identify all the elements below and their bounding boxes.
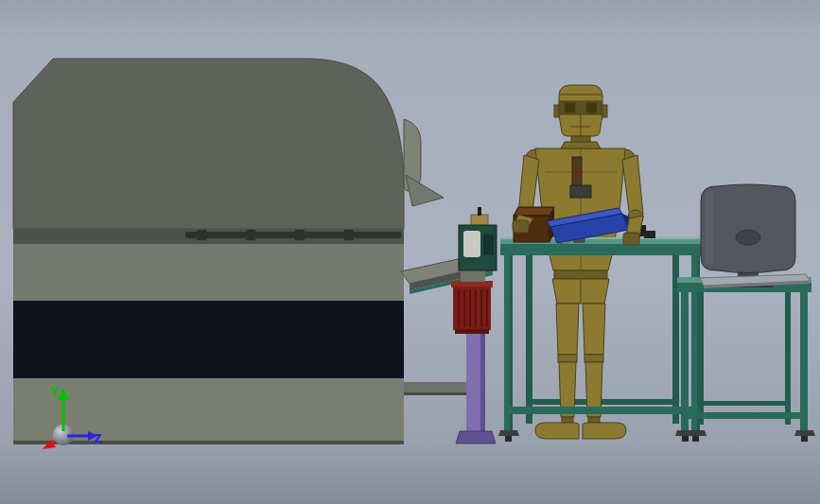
axis-z-label: Z <box>94 432 102 445</box>
robot-left-foot[interactable] <box>535 423 579 439</box>
bench-front-leg-left-shade <box>510 255 513 430</box>
fixture-box-top <box>514 207 554 216</box>
robot-left-hand[interactable] <box>513 220 529 233</box>
feeder-beam-edge <box>404 392 468 395</box>
camera-stem <box>478 207 481 216</box>
bench-foot-left-stem <box>505 436 512 442</box>
desk-foot-left <box>675 430 696 436</box>
machine-dark-band[interactable] <box>13 301 404 378</box>
seam-tab <box>295 230 305 240</box>
monitor-back-shell[interactable] <box>701 184 795 273</box>
robot-right-foot[interactable] <box>583 423 626 439</box>
bench-foot-left <box>498 430 519 436</box>
bench-foot-right-stem <box>692 436 699 442</box>
seam-tab <box>344 230 354 240</box>
feeder-adapter <box>461 270 485 282</box>
camera-panel <box>463 231 480 257</box>
desk-rear-rail <box>698 401 791 406</box>
robot-eye-right <box>586 103 597 113</box>
machine-enclosure[interactable] <box>13 59 444 444</box>
camera-lens-block <box>483 235 494 255</box>
robot-collar <box>561 142 601 148</box>
monitor-back-recess <box>736 230 760 245</box>
bench-rear-leg-left[interactable] <box>526 255 532 424</box>
desk-foot-right-stem <box>801 436 808 442</box>
seam-tab <box>197 230 206 240</box>
feeder-column-base <box>456 431 496 443</box>
desk-front-leg-right[interactable] <box>800 292 808 430</box>
desk-foot-left-stem <box>682 436 689 442</box>
bench-rear-rail <box>526 399 679 405</box>
machine-groove <box>185 232 401 238</box>
feeder-motor-flange <box>451 281 493 287</box>
machine-base-edge <box>13 441 404 444</box>
desk-front-rail <box>681 412 808 419</box>
robot-right-hand[interactable] <box>623 233 639 245</box>
chest-bracket <box>570 185 591 198</box>
cad-viewport: Y Z <box>0 0 820 504</box>
robot-eye-left <box>565 103 575 113</box>
axis-y-label: Y <box>49 385 59 398</box>
machine-top-cover[interactable] <box>13 59 404 229</box>
robot-ear-right <box>602 105 607 117</box>
robot-left-thigh[interactable] <box>556 304 579 355</box>
seam-tab <box>246 230 255 240</box>
bench-top-edge[interactable] <box>500 244 703 255</box>
desk-front-leg-left[interactable] <box>681 292 689 430</box>
feeder-motor-foot <box>455 329 489 334</box>
scene-canvas: Y Z <box>0 0 820 504</box>
robot-ear-left <box>554 105 559 117</box>
robot-right-thigh[interactable] <box>583 304 605 355</box>
desk-foot-right <box>794 430 815 436</box>
robot-waist <box>554 270 607 279</box>
machine-body-band[interactable] <box>13 244 404 301</box>
clamp-arm <box>644 231 655 238</box>
monitor-back-highlight <box>706 191 713 265</box>
robot-left-knee <box>558 355 577 362</box>
bench-front-rail <box>504 407 700 414</box>
chest-tool-tip <box>574 168 580 174</box>
robot-right-knee <box>584 355 603 362</box>
